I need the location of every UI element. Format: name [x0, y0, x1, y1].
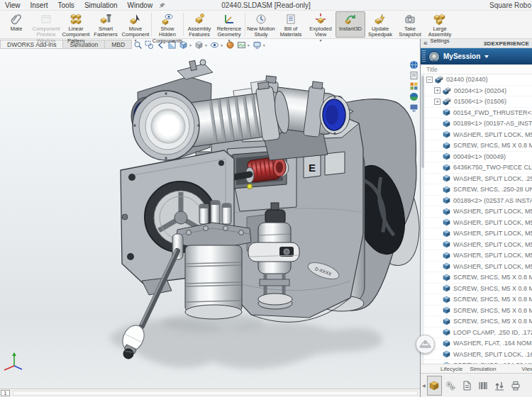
mysession-bar[interactable]: MySession	[421, 48, 532, 65]
tree-item-label: SCREW, SHCS, M5 X 0.8 MM THREA	[453, 142, 532, 149]
take-snapshot-button[interactable]: Take Snapshot	[395, 11, 425, 38]
panel-title: 3DEXPERIENCE	[484, 40, 529, 47]
hidden-icon	[161, 13, 174, 26]
reference-geometry-button[interactable]: Reference Geometry▼	[214, 11, 244, 38]
toolbar-button-label: Mate	[11, 26, 23, 32]
drag-handle-icon[interactable]	[422, 50, 426, 62]
design-library-icon[interactable]	[409, 71, 419, 80]
part-tool-icon[interactable]	[427, 376, 442, 396]
horizontal-scrollbar[interactable]	[13, 391, 418, 396]
tree-row[interactable]: WASHER, SPLIT LOCK, .250 NOM S	[421, 174, 532, 185]
view-settings-icon[interactable]: ▼	[253, 40, 266, 50]
menu-insert[interactable]: Insert	[26, 1, 53, 9]
toolbar-button-label: Show Hidden Components	[153, 26, 183, 44]
appearances-scenes-icon[interactable]	[409, 82, 419, 91]
mate-button[interactable]: Mate	[1, 11, 31, 38]
tree-row[interactable]: 6436K750_TWO-PIECE CLAMP-ON	[421, 162, 532, 174]
command-tab-mbd[interactable]: MBD	[105, 40, 132, 49]
instant3d-button[interactable]: Instant3D	[336, 11, 365, 38]
linear-component-pattern-button[interactable]: Linear Component Pattern▼	[61, 11, 91, 38]
show-hidden-components-button[interactable]: Show Hidden Components	[153, 11, 182, 38]
tree-row[interactable]: SCREW, SHCS, M5 X 0.8 MM THREA	[421, 284, 532, 295]
collapse-node-icon[interactable]: −	[426, 77, 433, 83]
tree-row[interactable]: WASHER, SPLIT LOCK, M5 SCREW	[421, 262, 532, 273]
speedpak-icon	[374, 13, 387, 26]
tree-row[interactable]: +01506<1> (01506)	[421, 96, 532, 108]
menu-view[interactable]: View	[0, 1, 26, 9]
task-pane-strip	[409, 60, 419, 112]
tree-row[interactable]: WASHER, SPLIT LOCK, .164 NOM S	[421, 350, 532, 361]
dropdown-caret-icon[interactable]: ▼	[134, 38, 138, 43]
sheet-tab[interactable]: 1	[1, 390, 10, 396]
tree-row[interactable]: SCREW, SHCS, M5 X 0.8 MM THREA	[421, 306, 532, 317]
bill-of-materials-button[interactable]: Bill of Materials	[276, 11, 306, 38]
menu-window[interactable]: Window	[123, 1, 158, 9]
tree-row[interactable]: +00204<1> (00204)	[421, 86, 532, 97]
expand-node-icon[interactable]: +	[434, 99, 440, 105]
tree-row[interactable]: LOOP CLAMP, .250 ID, .172 DIA. SC	[421, 328, 532, 339]
update-speedpak-button[interactable]: Update Speedpak	[365, 11, 395, 38]
menu-simulation[interactable]: Simulation	[79, 1, 123, 9]
move-component-button[interactable]: Move Component▼	[121, 11, 150, 38]
large-assembly-settings-button[interactable]: Large Assembly Settings	[425, 11, 455, 38]
view-palette-icon[interactable]	[409, 103, 419, 112]
model-yellow-screw	[248, 184, 253, 189]
user-avatar[interactable]	[428, 51, 440, 62]
custom-properties-icon[interactable]	[409, 92, 419, 101]
tree-item-label: WASHER, SPLIT LOCK, M5 SCREW	[453, 252, 532, 259]
display-style-icon[interactable]: ▼	[194, 40, 208, 50]
tree-row[interactable]: WASHER, SPLIT LOCK, M5 SCREW	[421, 218, 532, 229]
assembly-features-button[interactable]: Assembly Features	[184, 11, 214, 38]
dropdown-caret-icon[interactable]: ▼	[74, 44, 78, 48]
smart-fasteners-button[interactable]: Smart Fasteners	[91, 11, 121, 38]
menu-tools[interactable]: Tools	[53, 1, 79, 9]
dropdown-caret-icon[interactable]: ▼	[319, 38, 323, 43]
panel-tab-view[interactable]: View	[521, 366, 532, 372]
part-icon	[443, 306, 450, 314]
gears-tool-icon[interactable]	[443, 376, 458, 396]
pin-icon[interactable]	[159, 2, 165, 9]
tree-row[interactable]: SCREW, SHCS, M5 X 0.8 MM THREA	[421, 272, 532, 284]
chevron-down-icon[interactable]	[484, 55, 489, 58]
tree-row[interactable]: 00154_FWD_THRUSTER<1> (00154)	[421, 108, 532, 119]
mate-icon	[10, 13, 23, 26]
new-motion-study-button[interactable]: New Motion Study	[246, 11, 276, 38]
tree-item-label: WASHER, SPLIT LOCK, M5 SCREW	[453, 208, 532, 215]
tree-row[interactable]: WASHER, SPLIT LOCK, M5 SCREW	[421, 130, 532, 141]
scroll-left-icon[interactable]: ◀	[422, 383, 426, 388]
document-tool-icon[interactable]	[460, 376, 475, 396]
tree-row[interactable]: SCREW, SHCS, M5 X 0.8 MM THREA	[421, 294, 532, 306]
expand-node-icon[interactable]: +	[434, 87, 440, 94]
barcode-tool-icon[interactable]	[476, 376, 491, 396]
tree-row[interactable]: SCREW, SHCS, M5 X 0.8 MM THREA	[421, 140, 532, 152]
panel-scrollbar[interactable]	[421, 74, 424, 364]
features-icon	[193, 13, 206, 26]
panel-scrollbar-thumb[interactable]	[421, 76, 424, 168]
dropdown-caret-icon[interactable]: ▼	[228, 38, 231, 43]
tree-row[interactable]: 00049<1> (00049)	[421, 152, 532, 163]
component-preview-window-button[interactable]: Component Preview Window	[31, 11, 61, 38]
tree-row[interactable]: SCREW, SHCS, M5 X 0.8 MM THREA	[421, 316, 532, 328]
part-icon	[443, 152, 450, 160]
threedexperience-home-icon[interactable]	[409, 60, 419, 69]
panel-tab-lifecycle[interactable]: Lifecycle	[440, 366, 462, 372]
toolbar-button-label: Reference Geometry	[215, 26, 243, 38]
exploded-view-button[interactable]: Exploded View▼	[306, 11, 336, 38]
tree-row[interactable]: SCREW, SHCS, .250-28 UNF-3A TH	[421, 184, 532, 196]
tree-item-label: WASHER, FLAT, .164 NOM SCREW	[453, 340, 532, 347]
tree-row[interactable]: 00189<1> (00197-AS_INSTALLED)	[421, 118, 532, 130]
tree-row[interactable]: WASHER, SPLIT LOCK, M5 SCREW	[421, 250, 532, 262]
scene-icon[interactable]: ▼	[237, 40, 250, 50]
tree-row[interactable]: WASHER, FLAT, .164 NOM SCREW	[421, 338, 532, 350]
tree-row[interactable]: −02440 (02440)	[421, 74, 532, 86]
transfer-tool-icon[interactable]	[492, 376, 507, 396]
tree-row[interactable]: WASHER, SPLIT LOCK, M5 SCREW	[421, 206, 532, 218]
tree-row[interactable]: 00189<2> (02537 AS INSTALLED)	[421, 196, 532, 207]
printer-tool-icon[interactable]	[509, 376, 523, 396]
panel-tab-simulation[interactable]: Simulation	[470, 366, 496, 372]
graphics-viewport[interactable]: D-XXXX	[0, 39, 420, 388]
hide-show-icon[interactable]: ▼	[210, 40, 223, 50]
assistant-bubble[interactable]	[416, 335, 435, 354]
tree-row[interactable]: WASHER, SPLIT LOCK, M5 SCREW	[421, 240, 532, 251]
tree-row[interactable]: WASHER, SPLIT LOCK, M5 SCREW	[421, 228, 532, 240]
